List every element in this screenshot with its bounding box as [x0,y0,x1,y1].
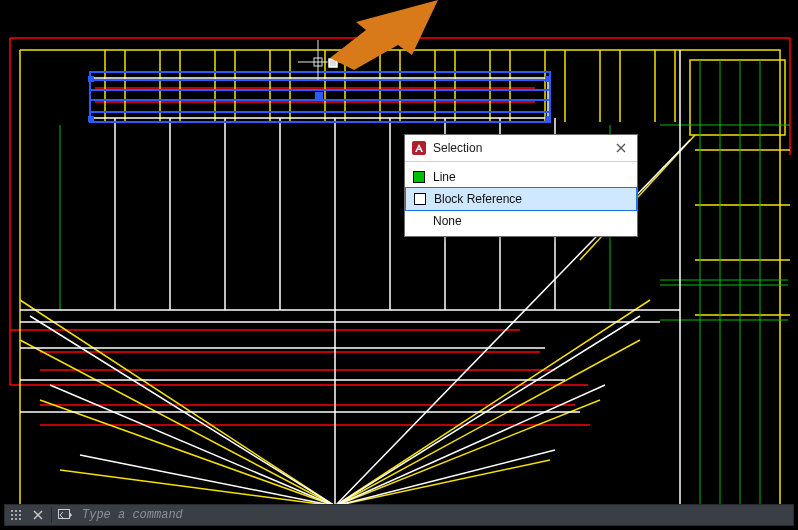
command-input[interactable]: Type a command [82,508,793,522]
svg-point-15 [11,514,13,516]
svg-rect-3 [545,76,551,82]
selection-popup: Selection Line Block Reference None [404,134,638,237]
autocad-app-icon [411,140,427,156]
popup-titlebar: Selection [405,135,637,162]
color-swatch-white [414,193,426,205]
svg-point-16 [15,514,17,516]
selection-item-line[interactable]: Line [405,166,637,188]
svg-point-13 [15,510,17,512]
svg-rect-9 [330,60,336,66]
selection-item-label: Block Reference [434,192,522,206]
customize-icon[interactable] [5,504,27,526]
popup-title: Selection [433,141,605,155]
svg-rect-11 [412,141,426,155]
svg-rect-21 [59,510,70,519]
svg-rect-4 [88,116,94,122]
svg-rect-0 [690,60,785,135]
color-swatch-green [413,171,425,183]
close-commandline-icon[interactable] [27,504,49,526]
divider [51,507,52,523]
svg-point-14 [19,510,21,512]
svg-rect-2 [88,76,94,82]
svg-point-18 [11,518,13,520]
close-icon[interactable] [605,135,637,161]
svg-point-17 [19,514,21,516]
selection-item-none[interactable]: None [405,210,637,232]
svg-rect-6 [315,92,323,100]
selection-item-block-reference[interactable]: Block Reference [405,187,637,211]
recent-commands-icon[interactable] [54,504,76,526]
svg-point-20 [19,518,21,520]
selection-item-label: None [433,214,462,228]
svg-point-12 [11,510,13,512]
color-swatch-none [413,215,425,227]
popup-body: Line Block Reference None [405,162,637,236]
command-line-bar: Type a command [4,504,794,526]
selection-item-label: Line [433,170,456,184]
svg-rect-5 [545,116,551,122]
svg-point-19 [15,518,17,520]
cad-viewport[interactable] [0,0,798,506]
